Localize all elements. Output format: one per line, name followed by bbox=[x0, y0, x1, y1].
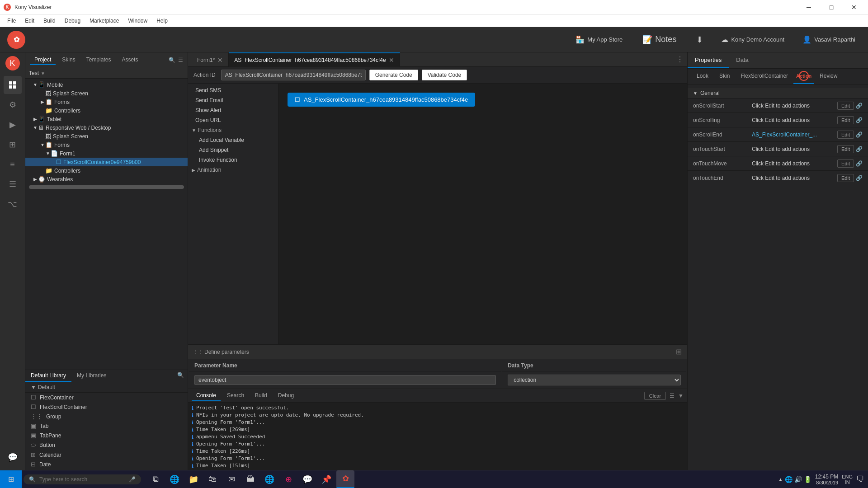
params-toggle[interactable]: ⋮⋮ Define parameters bbox=[193, 349, 249, 355]
edit-ontouchstart-button[interactable]: Edit bbox=[837, 145, 854, 153]
tab-close-action[interactable]: ✕ bbox=[389, 56, 394, 64]
volume-icon[interactable]: 🔊 bbox=[794, 476, 802, 483]
tab-build[interactable]: Build bbox=[250, 390, 272, 401]
taskbar-mail[interactable]: ✉ bbox=[222, 470, 241, 488]
tab-close-form1[interactable]: ✕ bbox=[217, 56, 223, 64]
notes-button[interactable]: 📝 Notes bbox=[635, 32, 684, 47]
sidebar-chat-icon[interactable]: 💬 bbox=[4, 448, 22, 466]
link-icon[interactable]: 🔗 bbox=[856, 117, 863, 123]
library-item-calendar[interactable]: ⊞ Calendar bbox=[25, 450, 188, 460]
library-item-tab[interactable]: ▣ Tab bbox=[25, 421, 188, 431]
logo-icon[interactable]: K bbox=[5, 56, 20, 70]
network-icon[interactable]: 🌐 bbox=[785, 476, 793, 483]
action-cat-animation[interactable]: ▶ Animation bbox=[188, 165, 278, 175]
maximize-button[interactable]: □ bbox=[821, 0, 842, 14]
link-icon[interactable]: 🔗 bbox=[856, 175, 863, 181]
clear-console-button[interactable]: Clear bbox=[644, 392, 666, 400]
tree-item-form1[interactable]: ▼ 📄 Form1 bbox=[25, 149, 188, 158]
taskbar-search-bar[interactable]: 🔍 🎤 bbox=[24, 474, 141, 484]
link-icon[interactable]: 🔗 bbox=[856, 131, 863, 138]
search-icon[interactable]: 🔍 bbox=[169, 57, 175, 63]
tree-item-flexscroll[interactable]: ☐ FlexScrollContainer0e94759b00 bbox=[25, 158, 188, 166]
action-id-input[interactable] bbox=[221, 70, 366, 80]
tree-item-splash-mobile[interactable]: 🖼 Splash Screen bbox=[25, 89, 188, 98]
sidebar-api-icon[interactable]: ⌥ bbox=[4, 195, 22, 213]
console-expand-icon[interactable]: ▼ bbox=[678, 393, 684, 399]
tab-templates[interactable]: Templates bbox=[82, 55, 116, 65]
sidebar-filter-icon[interactable]: ≡ bbox=[4, 155, 22, 174]
library-item-flexcontainer[interactable]: ☐ FlexContainer bbox=[25, 393, 188, 402]
edit-onscrolling-button[interactable]: Edit bbox=[837, 116, 854, 124]
project-selector[interactable]: Test ▼ bbox=[25, 68, 188, 79]
taskbar-kony[interactable]: ✿ bbox=[336, 470, 354, 488]
sidebar-play-icon[interactable]: ▶ bbox=[4, 116, 22, 134]
validate-code-button[interactable]: Validate Code bbox=[422, 70, 467, 80]
tab-debug[interactable]: Debug bbox=[274, 390, 298, 401]
menu-marketplace[interactable]: Marketplace bbox=[86, 17, 123, 25]
taskbar-sticky[interactable]: 📌 bbox=[317, 470, 335, 488]
user-account-button[interactable]: 👤 Vasavi Raparthi bbox=[797, 33, 861, 47]
taskbar-chrome[interactable]: 🌐 bbox=[260, 470, 278, 488]
edit-ontouchmove-button[interactable]: Edit bbox=[837, 160, 854, 168]
tree-item-wearables[interactable]: ▶ ⌚ Wearables bbox=[25, 175, 188, 183]
minimize-button[interactable]: ─ bbox=[798, 0, 819, 14]
tab-form1[interactable]: Form1* ✕ bbox=[192, 52, 229, 67]
library-item-group[interactable]: ⋮⋮ Group bbox=[25, 412, 188, 421]
taskbar-task-view[interactable]: ⧉ bbox=[146, 470, 165, 488]
sidebar-list-icon[interactable]: ☰ bbox=[4, 175, 22, 193]
more-tabs-icon[interactable]: ⋮ bbox=[676, 55, 684, 64]
tab-search[interactable]: Search bbox=[222, 390, 249, 401]
tree-item-controllers-web[interactable]: 📁 Controllers bbox=[25, 166, 188, 175]
action-node[interactable]: ☐ AS_FlexScrollContainer_h67cea89314849f… bbox=[288, 93, 475, 107]
tab-properties[interactable]: Properties bbox=[688, 53, 729, 68]
app-store-button[interactable]: 🏪 My App Store bbox=[570, 33, 628, 47]
action-add-local-var[interactable]: Add Local Variable bbox=[188, 135, 278, 145]
tree-item-controllers-mobile[interactable]: 📁 Controllers bbox=[25, 106, 188, 115]
tab-default-library[interactable]: Default Library bbox=[25, 370, 71, 382]
menu-edit[interactable]: Edit bbox=[21, 17, 38, 25]
link-icon[interactable]: 🔗 bbox=[856, 103, 863, 109]
tree-item-forms-web[interactable]: ▼ 📋 Forms bbox=[25, 141, 188, 149]
general-section-header[interactable]: ▼ General bbox=[688, 88, 868, 99]
param-name-input[interactable] bbox=[194, 375, 496, 385]
sub-tab-look[interactable]: Look bbox=[691, 70, 714, 82]
tab-project[interactable]: Project bbox=[30, 55, 56, 65]
sidebar-project-icon[interactable] bbox=[4, 76, 22, 94]
generate-code-button[interactable]: Generate Code bbox=[369, 70, 418, 80]
menu-file[interactable]: File bbox=[4, 17, 19, 25]
library-default-section[interactable]: ▼ Default bbox=[25, 382, 188, 393]
library-item-flexscrollcontainer[interactable]: ☐ FlexScrollContainer bbox=[25, 402, 188, 412]
tree-item-forms-mobile[interactable]: ▶ 📋 Forms bbox=[25, 98, 188, 106]
taskbar-slack[interactable]: ⊕ bbox=[279, 470, 297, 488]
tab-skins[interactable]: Skins bbox=[57, 55, 80, 65]
library-item-button[interactable]: ⬭ Button bbox=[25, 440, 188, 450]
edit-ontouchend-button[interactable]: Edit bbox=[837, 174, 854, 182]
tab-data[interactable]: Data bbox=[729, 53, 755, 68]
taskbar-edge[interactable]: 🌐 bbox=[165, 470, 184, 488]
action-open-url[interactable]: Open URL bbox=[188, 115, 278, 125]
action-send-sms[interactable]: Send SMS bbox=[188, 85, 278, 95]
library-item-tabpane[interactable]: ▣ TabPane bbox=[25, 431, 188, 440]
tab-my-libraries[interactable]: My Libraries bbox=[71, 370, 112, 382]
menu-build[interactable]: Build bbox=[40, 17, 59, 25]
link-icon[interactable]: 🔗 bbox=[856, 160, 863, 167]
tree-item-responsive[interactable]: ▼ 🖥 Responsive Web / Desktop bbox=[25, 123, 188, 132]
sub-tab-flexscroll[interactable]: FlexScrollContainer bbox=[735, 70, 793, 82]
action-show-alert[interactable]: Show Alert bbox=[188, 105, 278, 115]
kony-account-button[interactable]: ☁ Kony Demo Account bbox=[716, 33, 790, 47]
param-type-select[interactable]: collection string boolean integer bbox=[508, 375, 681, 385]
download-button[interactable]: ⬇ bbox=[691, 32, 708, 47]
link-icon[interactable]: 🔗 bbox=[856, 146, 863, 152]
sub-tab-review[interactable]: Review bbox=[814, 70, 843, 82]
console-filter-icon[interactable]: ☰ bbox=[670, 393, 675, 399]
tree-item-splash-web[interactable]: 🖼 Splash Screen bbox=[25, 132, 188, 141]
action-cat-functions[interactable]: ▼ Functions bbox=[188, 125, 278, 135]
edit-onscrollstart-button[interactable]: Edit bbox=[837, 102, 854, 110]
start-button[interactable]: ⊞ bbox=[0, 470, 22, 488]
menu-help[interactable]: Help bbox=[153, 17, 171, 25]
close-button[interactable]: ✕ bbox=[844, 0, 864, 14]
notification-icon[interactable]: 🗨 bbox=[856, 474, 864, 484]
action-invoke-function[interactable]: Invoke Function bbox=[188, 155, 278, 165]
taskbar-explorer[interactable]: 📁 bbox=[184, 470, 203, 488]
tab-console[interactable]: Console bbox=[192, 390, 221, 401]
